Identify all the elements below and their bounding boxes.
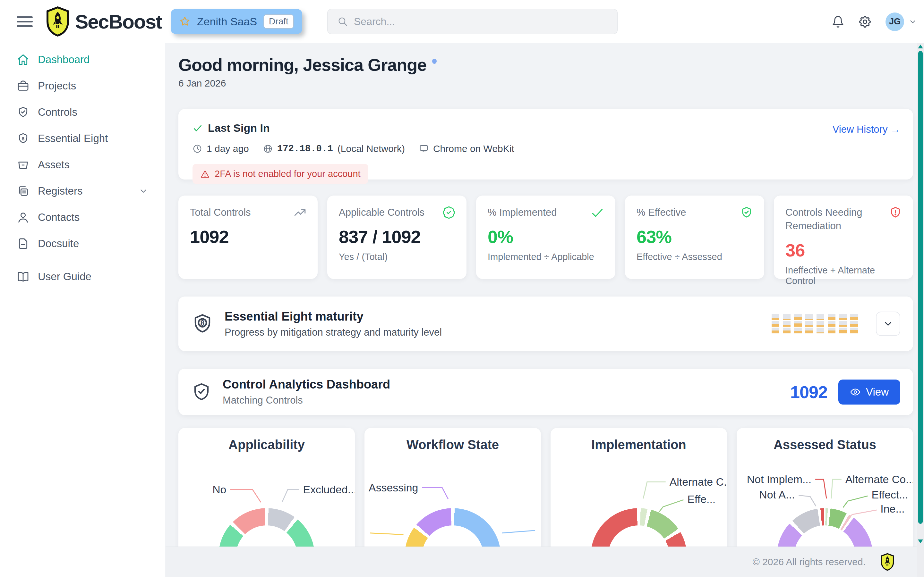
stat-card-total-controls: Total Controls 1092 xyxy=(178,195,318,279)
app-title: SecBoost xyxy=(75,10,162,33)
sidebar-item-label: Controls xyxy=(38,106,78,118)
current-date: 6 Jan 2026 xyxy=(178,78,226,89)
last-sign-in-card: Last Sign In View History → 1 day ago 17… xyxy=(178,109,913,179)
view-history-link[interactable]: View History → xyxy=(833,124,900,135)
essential-eight-maturity-card[interactable]: 8 Essential Eight maturity Progress by m… xyxy=(178,297,913,351)
hamburger-menu-icon[interactable] xyxy=(17,13,33,30)
2fa-warning-badge: 2FA is not enabled for your account xyxy=(192,164,368,184)
sidebar-item-registers[interactable]: Registers xyxy=(0,178,165,204)
clock-icon xyxy=(192,144,202,153)
status-dot xyxy=(432,59,437,64)
globe-icon xyxy=(263,144,273,153)
shield-rocket-logo-icon xyxy=(45,6,71,37)
last-sign-in-title: Last Sign In xyxy=(208,122,270,134)
user-menu[interactable]: JG xyxy=(885,13,917,31)
svg-text:Alternate Co...: Alternate Co... xyxy=(845,473,913,485)
sidebar-item-label: User Guide xyxy=(38,271,91,283)
analytics-title: Control Analytics Dashboard xyxy=(223,378,390,392)
page-title: Good morning, Jessica Grange xyxy=(178,55,437,75)
page-footer: © 2026 All rights reserved. xyxy=(166,546,924,577)
page-scrollbar[interactable] xyxy=(917,43,924,577)
monitor-icon xyxy=(419,144,429,153)
shield-rocket-logo-icon xyxy=(880,553,895,571)
shield-eight-icon: 8 xyxy=(191,313,214,335)
book-open-icon xyxy=(17,270,29,283)
registers-icon xyxy=(17,185,29,197)
sidebar-item-label: Essential Eight xyxy=(38,132,108,145)
sidebar-item-label: Contacts xyxy=(38,211,79,223)
svg-text:Ine...: Ine... xyxy=(880,503,905,515)
sidebar-item-essential-eight[interactable]: 8 Essential Eight xyxy=(0,125,165,152)
app-header: SecBoost Zenith SaaS Draft xyxy=(0,0,924,43)
global-search[interactable] xyxy=(327,9,618,34)
svg-text:Effect...: Effect... xyxy=(871,488,908,501)
check-icon xyxy=(192,123,203,133)
svg-text:Not Implem...: Not Implem... xyxy=(747,473,811,485)
chevron-down-icon[interactable] xyxy=(139,186,148,196)
shield-check-icon xyxy=(191,382,212,402)
e8-subtitle: Progress by mitigation strategy and matu… xyxy=(225,327,442,338)
sidebar-item-docsuite[interactable]: Docsuite xyxy=(0,230,165,257)
sidebar-item-label: Assets xyxy=(38,159,69,171)
sidebar-item-dashboard[interactable]: Dashboard xyxy=(0,47,165,73)
matching-controls-count: 1092 xyxy=(790,382,827,402)
avatar: JG xyxy=(885,13,904,31)
analytics-subtitle: Matching Controls xyxy=(223,395,390,406)
svg-text:Alternate C...: Alternate C... xyxy=(670,476,727,488)
briefcase-icon xyxy=(17,79,29,92)
tray-icon xyxy=(17,158,29,171)
sidebar-item-contacts[interactable]: Contacts xyxy=(0,204,165,230)
svg-text:Excluded...: Excluded... xyxy=(303,484,355,496)
sidebar-item-projects[interactable]: Projects xyxy=(0,73,165,99)
main-content: Good morning, Jessica Grange 6 Jan 2026 … xyxy=(166,43,924,577)
document-icon xyxy=(17,237,29,250)
stat-card-pct-implemented: % Implemented 0% Implemented ÷ Applicabl… xyxy=(476,195,615,279)
app-logo: SecBoost xyxy=(45,6,162,37)
shield-check-icon xyxy=(740,206,753,219)
e8-title: Essential Eight maturity xyxy=(225,309,442,324)
stat-card-pct-effective: % Effective 63% Effective ÷ Assessed xyxy=(625,195,764,279)
badge-check-icon xyxy=(442,206,456,219)
check-icon xyxy=(590,206,604,220)
control-analytics-card: Control Analytics Dashboard Matching Con… xyxy=(178,369,913,415)
scrollbar-up-arrow[interactable] xyxy=(918,45,923,48)
svg-text:Assessing: Assessing xyxy=(368,482,418,494)
notifications-bell-icon[interactable] xyxy=(832,15,845,28)
draft-badge: Draft xyxy=(263,14,294,29)
search-icon xyxy=(337,16,348,27)
user-icon xyxy=(17,211,29,224)
sidebar-divider xyxy=(10,260,155,260)
warning-triangle-icon xyxy=(200,169,210,179)
stats-row: Total Controls 1092 Applicable Controls … xyxy=(178,195,913,279)
org-name: Zenith SaaS xyxy=(197,15,257,28)
svg-text:8: 8 xyxy=(200,319,205,327)
svg-text:No: No xyxy=(212,484,226,496)
scrollbar-down-arrow[interactable] xyxy=(918,540,923,543)
shield-check-icon xyxy=(17,106,29,119)
settings-gear-icon[interactable] xyxy=(858,15,872,29)
sign-in-time: 1 day ago xyxy=(192,143,249,154)
star-icon xyxy=(179,16,191,27)
stat-card-applicable-controls: Applicable Controls 837 / 1092 Yes / (To… xyxy=(327,195,467,279)
search-input[interactable] xyxy=(354,16,617,27)
view-button[interactable]: View xyxy=(838,380,900,405)
sidebar-item-assets[interactable]: Assets xyxy=(0,152,165,178)
org-selector-button[interactable]: Zenith SaaS Draft xyxy=(171,9,302,34)
svg-text:Not A...: Not A... xyxy=(759,488,795,501)
sidebar-item-label: Registers xyxy=(38,185,82,197)
sidebar-item-label: Dashboard xyxy=(38,53,89,66)
sidebar-item-label: Docsuite xyxy=(38,237,79,250)
sidebar-item-controls[interactable]: Controls xyxy=(0,99,165,125)
stat-card-remediation: Controls Needing Remediation 36 Ineffect… xyxy=(774,195,913,279)
sidebar-item-user-guide[interactable]: User Guide xyxy=(0,263,165,290)
sign-in-browser: Chrome on WebKit xyxy=(419,143,514,154)
home-icon xyxy=(17,53,29,66)
trend-up-icon xyxy=(293,206,307,219)
eye-icon xyxy=(850,387,861,398)
svg-text:Effe...: Effe... xyxy=(687,493,716,505)
e8-expand-button[interactable] xyxy=(876,311,900,336)
scrollbar-thumb[interactable] xyxy=(918,51,923,524)
sidebar-nav: Dashboard Projects Controls 8 Essential … xyxy=(0,43,165,577)
e8-mini-chart xyxy=(772,314,858,334)
shield-alert-icon xyxy=(889,206,902,219)
